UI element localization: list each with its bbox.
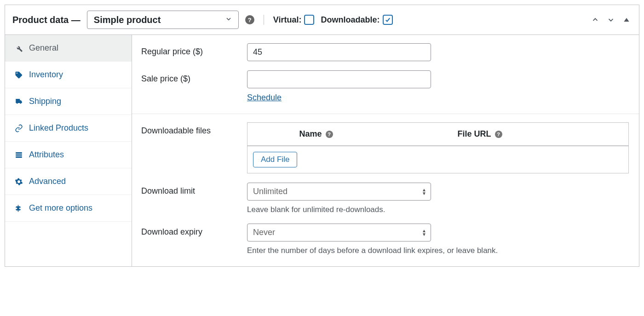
virtual-label: Virtual: xyxy=(273,15,302,25)
svg-marker-0 xyxy=(624,18,629,22)
metabox-header: Product data — Simple product ? Virtual:… xyxy=(5,5,639,35)
truck-icon xyxy=(14,98,23,106)
stepper-down-icon: ▼ xyxy=(422,233,426,236)
files-table-head: Name ? File URL ? xyxy=(247,123,628,146)
wrench-icon xyxy=(14,44,23,52)
separator xyxy=(264,15,264,25)
move-up-icon[interactable] xyxy=(590,15,600,25)
list-icon xyxy=(14,151,23,159)
tab-advanced[interactable]: Advanced xyxy=(5,168,132,195)
number-stepper[interactable]: ▲ ▼ xyxy=(422,188,426,195)
tab-inventory[interactable]: Inventory xyxy=(5,62,132,88)
sale-price-label: Sale price ($) xyxy=(141,70,247,84)
download-limit-input[interactable] xyxy=(247,183,431,201)
tab-panel-general: Regular price ($) Sale price ($) Schedul… xyxy=(132,35,639,266)
metabox-title: Product data — xyxy=(12,15,80,25)
tab-shipping[interactable]: Shipping xyxy=(5,88,132,115)
plugin-icon xyxy=(14,204,23,213)
download-limit-help: Leave blank for unlimited re-downloads. xyxy=(247,205,630,214)
gear-icon xyxy=(14,178,23,186)
download-expiry-label: Download expiry xyxy=(141,224,247,237)
download-limit-label: Download limit xyxy=(141,183,247,196)
downloadable-toggle[interactable]: Downloadable: xyxy=(321,15,392,25)
tag-icon xyxy=(14,71,23,79)
svg-rect-1 xyxy=(16,152,22,154)
pricing-section: Regular price ($) Sale price ($) Schedul… xyxy=(132,35,639,114)
tab-label: Shipping xyxy=(29,97,61,106)
files-table-foot: Add File xyxy=(247,146,628,173)
regular-price-input[interactable] xyxy=(247,43,431,61)
product-data-tabs: General Inventory Shipping Linked Produc… xyxy=(5,35,132,266)
tab-general[interactable]: General xyxy=(5,35,132,62)
product-data-metabox: Product data — Simple product ? Virtual:… xyxy=(5,5,639,267)
add-file-button[interactable]: Add File xyxy=(253,152,297,167)
tab-label: Advanced xyxy=(29,177,66,186)
metabox-controls xyxy=(590,15,632,25)
tab-linked-products[interactable]: Linked Products xyxy=(5,115,132,142)
tab-label: Linked Products xyxy=(29,123,88,133)
tab-label: Get more options xyxy=(29,203,92,213)
product-type-select[interactable]: Simple product xyxy=(87,11,239,29)
help-icon[interactable]: ? xyxy=(326,131,333,138)
help-icon[interactable]: ? xyxy=(495,131,502,138)
regular-price-label: Regular price ($) xyxy=(141,43,247,57)
collapse-icon[interactable] xyxy=(621,15,632,25)
svg-rect-3 xyxy=(16,156,22,158)
virtual-toggle[interactable]: Virtual: xyxy=(273,15,315,25)
downloadable-files-label: Downloadable files xyxy=(141,122,247,136)
move-down-icon[interactable] xyxy=(606,15,616,25)
stepper-down-icon: ▼ xyxy=(422,192,426,195)
tab-label: General xyxy=(29,43,58,53)
files-col-url: File URL ? xyxy=(385,129,575,139)
tab-get-more-options[interactable]: Get more options xyxy=(5,195,132,222)
svg-rect-2 xyxy=(16,154,22,155)
link-icon xyxy=(14,124,23,132)
sale-price-input[interactable] xyxy=(247,70,431,88)
schedule-link[interactable]: Schedule xyxy=(247,93,282,103)
help-icon[interactable]: ? xyxy=(245,15,254,24)
number-stepper[interactable]: ▲ ▼ xyxy=(422,229,426,236)
product-type-select-wrap: Simple product xyxy=(87,11,239,29)
downloadable-label: Downloadable: xyxy=(321,15,380,25)
virtual-checkbox[interactable] xyxy=(304,15,314,25)
tab-attributes[interactable]: Attributes xyxy=(5,142,132,168)
download-expiry-input[interactable] xyxy=(247,224,431,241)
tab-label: Attributes xyxy=(29,150,64,160)
downloadable-checkbox[interactable] xyxy=(383,15,393,25)
tab-label: Inventory xyxy=(29,70,63,80)
download-expiry-help: Enter the number of days before a downlo… xyxy=(247,246,630,255)
files-col-name: Name ? xyxy=(247,129,385,139)
downloadable-section: Downloadable files Name ? File URL ? xyxy=(132,114,639,266)
downloadable-files-table: Name ? File URL ? Add File xyxy=(247,122,629,173)
metabox-body: General Inventory Shipping Linked Produc… xyxy=(5,35,639,266)
